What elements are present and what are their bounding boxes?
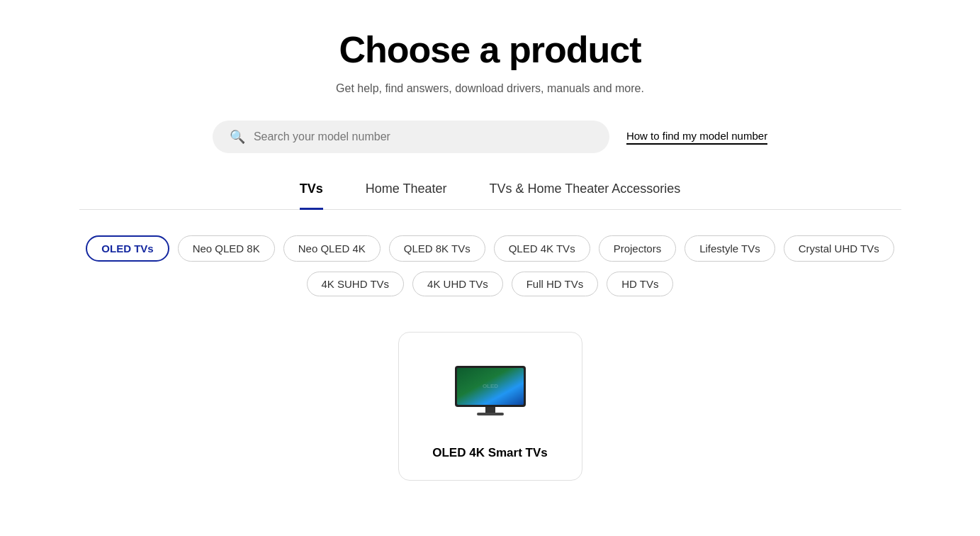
filter-chip-lifestyle-tvs[interactable]: Lifestyle TVs [685,235,775,262]
product-image-oled-4k-smart-tvs: OLED [448,355,533,426]
products-grid: OLED OLED 4K Smart TVs [79,332,901,481]
search-row: 🔍 How to find my model number [79,121,901,153]
product-name-oled-4k-smart-tvs: OLED 4K Smart TVs [432,446,548,460]
tabs-row: TVsHome TheaterTVs & Home Theater Access… [79,182,901,210]
filter-chip-projectors[interactable]: Projectors [599,235,677,262]
filter-chip-qled-8k-tvs[interactable]: QLED 8K TVs [389,235,485,262]
filters-row-2: 4K SUHD TVs4K UHD TVsFull HD TVsHD TVs [79,272,901,296]
page-subtitle: Get help, find answers, download drivers… [79,82,901,95]
filter-chip-neo-qled-4k[interactable]: Neo QLED 4K [283,235,381,262]
page-title: Choose a product [79,28,901,71]
search-input[interactable] [254,130,592,143]
filter-chip-qled-4k-tvs[interactable]: QLED 4K TVs [494,235,590,262]
tab-home-theater[interactable]: Home Theater [366,182,447,210]
filters-row-1: OLED TVsNeo QLED 8KNeo QLED 4KQLED 8K TV… [79,235,901,262]
filter-chip-oled-tvs[interactable]: OLED TVs [86,235,169,262]
filter-chip-4k-suhd-tvs[interactable]: 4K SUHD TVs [307,272,405,296]
filter-chip-4k-uhd-tvs[interactable]: 4K UHD TVs [412,272,503,296]
search-icon: 🔍 [230,129,245,145]
svg-rect-4 [477,413,504,415]
filter-chip-crystal-uhd-tvs[interactable]: Crystal UHD TVs [784,235,894,262]
filter-chip-hd-tvs[interactable]: HD TVs [607,272,673,296]
filter-chip-neo-qled-8k[interactable]: Neo QLED 8K [178,235,275,262]
filter-chip-full-hd-tvs[interactable]: Full HD TVs [512,272,599,296]
page-container: Choose a product Get help, find answers,… [65,0,916,509]
model-number-link[interactable]: How to find my model number [626,130,767,145]
product-card-oled-4k-smart-tvs[interactable]: OLED OLED 4K Smart TVs [398,332,582,481]
search-box: 🔍 [213,121,609,153]
tab-tvs[interactable]: TVs [300,182,323,210]
svg-rect-3 [485,407,495,413]
svg-text:OLED: OLED [482,383,497,389]
tab-accessories[interactable]: TVs & Home Theater Accessories [489,182,680,210]
